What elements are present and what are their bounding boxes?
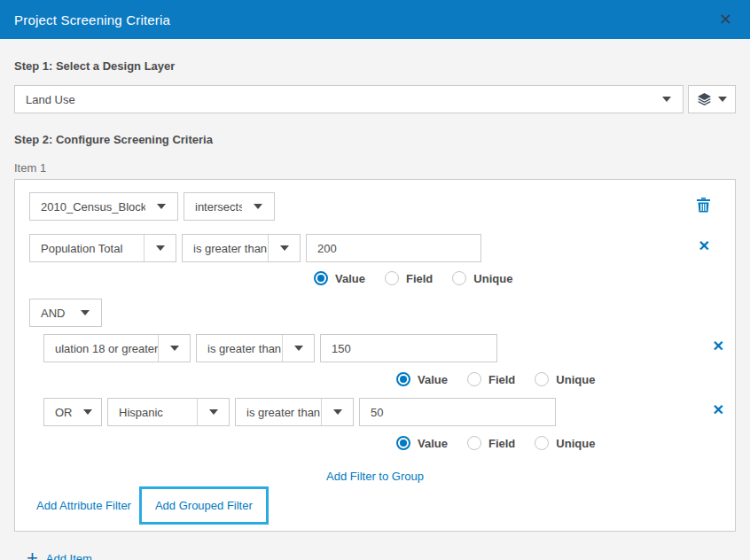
radio-unique[interactable]: Unique bbox=[535, 372, 595, 386]
add-item-row[interactable]: + Add Item bbox=[27, 550, 736, 560]
grouped-filter-row: OR Hispanic is greater than ✕ bbox=[43, 398, 721, 426]
close-icon: ✕ bbox=[699, 238, 710, 253]
add-grouped-filter-highlight: Add Grouped Filter bbox=[139, 486, 269, 525]
dialog-header: Project Screening Criteria ✕ bbox=[0, 0, 750, 39]
conjunction-select[interactable]: OR bbox=[43, 398, 102, 426]
value-type-radio-group: Value Field Unique bbox=[29, 435, 721, 451]
add-filter-to-group-link[interactable]: Add Filter to Group bbox=[326, 470, 424, 483]
radio-icon bbox=[535, 372, 549, 386]
design-layer-row: Land Use bbox=[14, 85, 736, 113]
chevron-down-icon bbox=[282, 335, 314, 362]
radio-icon bbox=[467, 436, 481, 450]
step2-label: Step 2: Configure Screening Criteria bbox=[14, 133, 736, 146]
remove-filter-button[interactable]: ✕ bbox=[711, 338, 726, 355]
chevron-down-icon bbox=[718, 97, 727, 102]
radio-field[interactable]: Field bbox=[385, 271, 433, 285]
field-select[interactable]: Hispanic bbox=[107, 398, 230, 426]
delete-item-button[interactable] bbox=[695, 196, 712, 214]
operator-select[interactable]: is greater than bbox=[182, 234, 301, 262]
chevron-down-icon bbox=[144, 235, 176, 261]
trash-icon bbox=[697, 198, 710, 213]
criteria-layer-select[interactable]: 2010_Census_Blocks bbox=[29, 192, 178, 221]
chevron-down-icon bbox=[145, 193, 177, 220]
chevron-down-icon bbox=[197, 399, 229, 425]
filter-value-input[interactable] bbox=[359, 398, 556, 426]
operator-select[interactable]: is greater than bbox=[235, 398, 354, 426]
filter-value-input[interactable] bbox=[306, 234, 481, 262]
dialog-body: Step 1: Select a Design Layer Land Use S… bbox=[0, 59, 750, 560]
radio-icon bbox=[535, 436, 549, 450]
layer-options-dropdown[interactable] bbox=[688, 85, 736, 113]
grouped-filter-row: ulation 18 or greater is greater than ✕ bbox=[43, 334, 721, 362]
radio-unique[interactable]: Unique bbox=[535, 436, 595, 450]
panel-footer-links: Add Attribute Filter Add Grouped Filter bbox=[29, 485, 721, 526]
chevron-down-icon bbox=[158, 335, 190, 362]
close-icon: ✕ bbox=[713, 338, 724, 354]
value-type-radio-group: Value Field Unique bbox=[29, 270, 721, 286]
plus-icon: + bbox=[27, 550, 38, 560]
radio-unique[interactable]: Unique bbox=[452, 271, 512, 285]
radio-icon bbox=[452, 271, 466, 285]
radio-selected-icon bbox=[396, 436, 410, 450]
layers-icon bbox=[697, 93, 712, 106]
step1-label: Step 1: Select a Design Layer bbox=[14, 59, 736, 73]
radio-value[interactable]: Value bbox=[396, 436, 448, 450]
attribute-filter-row: Population Total is greater than ✕ bbox=[29, 234, 721, 262]
value-type-radio-group: Value Field Unique bbox=[29, 371, 721, 387]
close-icon: ✕ bbox=[713, 402, 724, 417]
field-select[interactable]: Population Total bbox=[29, 234, 176, 262]
chevron-down-icon bbox=[69, 299, 101, 326]
radio-field[interactable]: Field bbox=[467, 372, 515, 386]
radio-value[interactable]: Value bbox=[396, 372, 448, 386]
chevron-down-icon bbox=[268, 235, 300, 261]
chevron-down-icon bbox=[242, 193, 274, 220]
close-icon[interactable]: ✕ bbox=[715, 12, 736, 27]
chevron-down-icon bbox=[651, 86, 683, 113]
field-select[interactable]: ulation 18 or greater bbox=[43, 334, 191, 362]
dialog-title: Project Screening Criteria bbox=[14, 12, 170, 27]
spatial-operator-select[interactable]: intersects bbox=[184, 192, 275, 221]
remove-filter-button[interactable]: ✕ bbox=[711, 401, 726, 419]
radio-value[interactable]: Value bbox=[314, 271, 365, 285]
chevron-down-icon bbox=[321, 399, 353, 425]
item-label: Item 1 bbox=[14, 161, 736, 175]
operator-select[interactable]: is greater than bbox=[196, 334, 315, 362]
item-panel: 2010_Census_Blocks intersects bbox=[14, 179, 736, 532]
conjunction-row: AND bbox=[29, 299, 721, 327]
radio-field[interactable]: Field bbox=[467, 436, 515, 450]
chevron-down-icon bbox=[74, 399, 101, 425]
radio-icon bbox=[467, 372, 481, 386]
add-item-link[interactable]: Add Item bbox=[46, 552, 92, 560]
add-filter-to-group-row: Add Filter to Group bbox=[29, 468, 721, 484]
add-attribute-filter-link[interactable]: Add Attribute Filter bbox=[36, 499, 131, 512]
radio-icon bbox=[385, 271, 399, 285]
remove-filter-button[interactable]: ✕ bbox=[697, 237, 712, 255]
radio-selected-icon bbox=[396, 372, 410, 386]
add-grouped-filter-link[interactable]: Add Grouped Filter bbox=[155, 499, 253, 512]
design-layer-value: Land Use bbox=[15, 93, 651, 106]
conjunction-select[interactable]: AND bbox=[29, 299, 102, 327]
design-layer-select[interactable]: Land Use bbox=[14, 85, 684, 113]
filter-value-input[interactable] bbox=[320, 334, 497, 362]
radio-selected-icon bbox=[314, 271, 328, 285]
project-screening-criteria-dialog: Project Screening Criteria ✕ Step 1: Sel… bbox=[0, 0, 750, 560]
layer-operator-row: 2010_Census_Blocks intersects bbox=[29, 192, 721, 221]
